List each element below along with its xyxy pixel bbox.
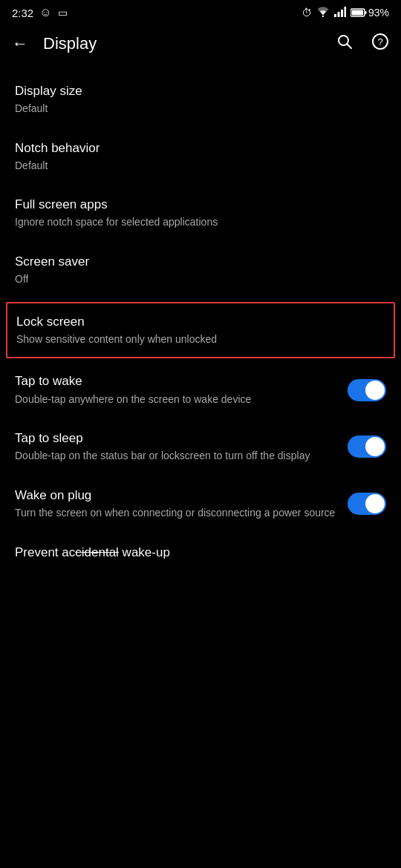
settings-subtitle-tap-to-sleep: Double-tap on the status bar or lockscre…	[15, 449, 339, 464]
settings-title-lock-screen: Lock screen	[16, 314, 385, 330]
header-actions: ?	[333, 30, 392, 58]
settings-title-wake-on-plug: Wake on plug	[15, 487, 339, 504]
settings-subtitle-notch-behavior: Default	[15, 159, 386, 174]
settings-list: Display sizeDefaultNotch behaviorDefault…	[0, 65, 401, 579]
settings-item-tap-to-wake[interactable]: Tap to wakeDouble-tap anywhere on the sc…	[0, 361, 401, 418]
time-display: 2:32	[12, 7, 33, 19]
status-left: 2:32 ☺ ▭	[12, 6, 68, 19]
settings-item-screen-saver[interactable]: Screen saverOff	[0, 242, 401, 299]
status-bar: 2:32 ☺ ▭ ⏱	[0, 0, 401, 22]
svg-rect-7	[351, 10, 363, 16]
screen-recorder-icon: ▭	[58, 7, 68, 19]
status-right: ⏱ 93%	[301, 7, 389, 19]
svg-rect-2	[337, 12, 339, 17]
toggle-knob-tap-to-sleep	[365, 437, 385, 456]
settings-title-full-screen-apps: Full screen apps	[15, 197, 386, 213]
settings-item-tap-to-sleep[interactable]: Tap to sleepDouble-tap on the status bar…	[0, 418, 401, 476]
settings-item-prevent-accidental-wake-up[interactable]: Prevent accidental wake-up	[0, 533, 401, 573]
svg-line-9	[348, 45, 352, 49]
settings-subtitle-full-screen-apps: Ignore notch space for selected applicat…	[15, 215, 386, 230]
settings-item-display-size[interactable]: Display sizeDefault	[0, 71, 401, 128]
settings-title-tap-to-sleep: Tap to sleep	[15, 430, 339, 447]
help-button[interactable]: ?	[368, 30, 392, 58]
toggle-knob-tap-to-wake	[365, 381, 385, 400]
settings-subtitle-tap-to-wake: Double-tap anywhere on the screen to wak…	[15, 392, 339, 407]
settings-subtitle-lock-screen: Show sensitive content only when unlocke…	[16, 332, 385, 347]
settings-title-tap-to-wake: Tap to wake	[15, 373, 339, 389]
settings-subtitle-screen-saver: Off	[15, 272, 386, 287]
whatsapp-icon: ☺	[39, 6, 51, 19]
settings-title-notch-behavior: Notch behavior	[15, 140, 386, 157]
battery-percentage: 93%	[368, 7, 389, 19]
settings-subtitle-display-size: Default	[15, 102, 386, 116]
svg-rect-4	[344, 7, 346, 17]
settings-title-display-size: Display size	[15, 83, 386, 99]
settings-item-full-screen-apps[interactable]: Full screen appsIgnore notch space for s…	[0, 185, 401, 242]
svg-rect-3	[341, 10, 343, 17]
back-button[interactable]: ←	[6, 28, 34, 59]
settings-item-notch-behavior[interactable]: Notch behaviorDefault	[0, 128, 401, 185]
svg-rect-6	[365, 11, 366, 14]
settings-title-screen-saver: Screen saver	[15, 254, 386, 270]
settings-title-prevent-accidental-wake-up: Prevent accidental wake-up	[15, 545, 386, 561]
alarm-icon: ⏱	[301, 7, 312, 19]
toggle-tap-to-sleep[interactable]	[348, 435, 386, 458]
page-header: ← Display ?	[0, 22, 401, 65]
battery-icon: 93%	[351, 7, 389, 19]
search-button[interactable]	[333, 30, 356, 58]
toggle-wake-on-plug[interactable]	[348, 493, 386, 515]
settings-subtitle-wake-on-plug: Turn the screen on when connecting or di…	[15, 506, 339, 521]
settings-item-wake-on-plug[interactable]: Wake on plugTurn the screen on when conn…	[0, 476, 401, 533]
toggle-knob-wake-on-plug	[365, 494, 385, 513]
signal-icon	[334, 7, 346, 19]
settings-item-lock-screen[interactable]: Lock screenShow sensitive content only w…	[6, 302, 395, 359]
svg-point-0	[322, 15, 324, 16]
svg-rect-1	[334, 14, 336, 17]
toggle-tap-to-wake[interactable]	[348, 379, 386, 401]
page-title: Display	[43, 34, 324, 53]
svg-text:?: ?	[377, 36, 382, 47]
wifi-icon	[316, 7, 330, 19]
